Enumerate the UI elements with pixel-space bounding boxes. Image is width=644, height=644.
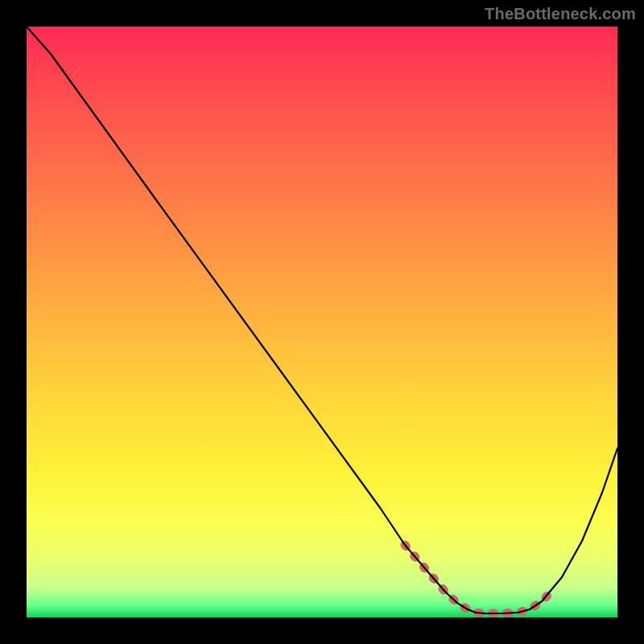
watermark-text: TheBottleneck.com: [485, 5, 636, 23]
chart-stage: TheBottleneck.com: [0, 0, 644, 644]
series-black-curve: [27, 27, 617, 613]
plot-area: [27, 27, 617, 617]
curve-layer: [27, 27, 617, 617]
series-pink-marker-strip: [405, 545, 554, 613]
